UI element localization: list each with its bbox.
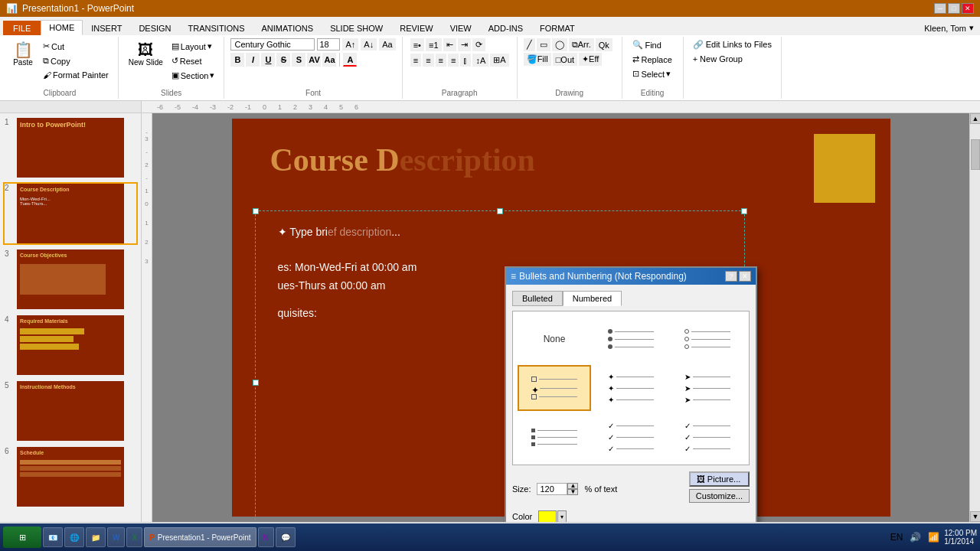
tab-file[interactable]: FILE [3, 21, 41, 35]
bullet-cell-arrows[interactable]: ➤ ➤ ➤ [671, 365, 744, 411]
picture-button[interactable]: 🖼 Picture... [689, 471, 750, 487]
slide-thumb-4[interactable]: 4 Required Materials [3, 314, 138, 377]
align-left-button[interactable]: ≡ [410, 54, 421, 67]
bullet-cell-squares-solid[interactable] [518, 414, 591, 460]
size-down-button[interactable]: ▼ [567, 489, 578, 495]
smart-art-button[interactable]: ⟳ [472, 38, 485, 51]
font-color-button[interactable]: A [343, 53, 357, 67]
shape-btn-1[interactable]: ╱ [524, 38, 535, 51]
tab-insert[interactable]: INSERT [83, 21, 130, 35]
taskbar-word[interactable]: W [107, 527, 125, 547]
tab-review[interactable]: REVIEW [391, 21, 441, 35]
vertical-scrollbar[interactable]: ▲ ▼ [969, 113, 980, 522]
shape-btn-3[interactable]: ◯ [552, 38, 567, 51]
shape-outline-button[interactable]: □Out [553, 53, 577, 66]
customize-button[interactable]: Customize... [689, 489, 750, 503]
new-slide-button[interactable]: 🖼 New Slide [125, 40, 167, 69]
align-text-button[interactable]: ⊞A [490, 54, 508, 67]
arrange-button[interactable]: ⧉Arr. [569, 38, 594, 51]
scroll-thumb[interactable] [971, 139, 980, 170]
change-case-button[interactable]: Aa [322, 53, 336, 67]
italic-button[interactable]: I [246, 53, 260, 67]
taskbar-excel[interactable]: X [126, 527, 142, 547]
color-dropdown-button[interactable]: ▾ [557, 510, 567, 522]
tab-numbered[interactable]: Numbered [563, 291, 622, 306]
handle-tl[interactable] [253, 208, 259, 214]
volume-icon[interactable]: 🔊 [907, 530, 923, 545]
decrease-indent-button[interactable]: ⇤ [443, 38, 456, 51]
tab-transitions[interactable]: TRANSITIONS [180, 21, 253, 35]
bullet-none-cell[interactable]: None [518, 316, 591, 362]
tab-design[interactable]: DESIGN [130, 21, 179, 35]
bold-button[interactable]: B [230, 53, 244, 67]
bullet-cell-circles[interactable] [671, 316, 744, 362]
edit-links-button[interactable]: 🔗 Edit Links to Files [690, 38, 775, 51]
taskbar-onenote[interactable]: N [258, 527, 274, 547]
size-input[interactable] [537, 483, 567, 495]
new-group-button[interactable]: + New Group [690, 53, 775, 65]
tab-format[interactable]: FORMAT [531, 21, 583, 35]
tab-slideshow[interactable]: SLIDE SHOW [322, 21, 391, 35]
cut-button[interactable]: ✂ Cut [40, 40, 112, 53]
close-button[interactable]: ✕ [962, 3, 974, 14]
increase-indent-button[interactable]: ⇥ [458, 38, 471, 51]
strikethrough-button[interactable]: S [276, 53, 290, 67]
taskbar-powerpoint[interactable]: P Presentation1 - PowerPoint [144, 527, 256, 547]
scroll-down-button[interactable]: ▼ [970, 511, 980, 522]
handle-tr[interactable] [741, 208, 747, 214]
spacing-button[interactable]: AV [307, 53, 321, 67]
format-painter-button[interactable]: 🖌 Format Painter [40, 69, 112, 81]
tab-bulleted[interactable]: Bulleted [512, 291, 563, 306]
justify-button[interactable]: ≡ [448, 54, 459, 67]
select-button[interactable]: ⊡ Select ▾ [629, 67, 675, 80]
shadow-button[interactable]: S [292, 53, 305, 67]
tab-addins[interactable]: ADD-INS [480, 21, 531, 35]
network-icon[interactable]: 📶 [926, 530, 941, 545]
align-right-button[interactable]: ≡ [436, 54, 446, 67]
slide-thumb-2[interactable]: 2 Course Description Mon-Wed-Fri...Tues-… [3, 182, 138, 245]
section-button[interactable]: ▣ Section ▾ [168, 69, 218, 82]
replace-button[interactable]: ⇄ Replace [629, 53, 675, 66]
bullet-cell-stars[interactable]: ✦ ✦ ✦ [594, 365, 668, 411]
taskbar-outlook[interactable]: 📧 [43, 527, 63, 547]
increase-font-button[interactable]: A↑ [342, 38, 358, 51]
layout-button[interactable]: ▤ Layout ▾ [168, 40, 218, 53]
slide-thumb-6[interactable]: 6 Schedule [3, 445, 138, 508]
color-swatch[interactable] [538, 510, 557, 522]
taskbar-ie[interactable]: 🌐 [64, 527, 84, 547]
handle-ml[interactable] [253, 380, 259, 386]
copy-button[interactable]: ⧉ Copy [40, 54, 112, 67]
bullet-cell-checks[interactable]: ✓ ✓ ✓ [594, 414, 668, 460]
font-size-input[interactable] [317, 38, 340, 51]
slide-thumb-1[interactable]: 1 Intro to PowerPoint! [3, 116, 138, 179]
bullet-cell-checks2[interactable]: ✓ ✓ ✓ [671, 414, 744, 460]
shape-fill-button[interactable]: 🪣Fill [524, 53, 551, 66]
align-center-button[interactable]: ≡ [423, 54, 433, 67]
dialog-close-button[interactable]: ✕ [739, 271, 751, 282]
quick-styles-button[interactable]: Qk [596, 38, 612, 51]
slide-thumb-5[interactable]: 5 Instructional Methods [3, 380, 138, 442]
taskbar-explorer[interactable]: 📁 [86, 527, 106, 547]
reset-button[interactable]: ↺ Reset [168, 54, 218, 67]
taskbar-lync[interactable]: 💬 [276, 527, 296, 547]
scroll-up-button[interactable]: ▲ [970, 113, 980, 124]
shape-effects-button[interactable]: ✦Eff [579, 53, 602, 66]
find-button[interactable]: 🔍 Find [629, 38, 675, 51]
bullets-button[interactable]: ≡• [410, 38, 424, 51]
bullet-cell-squares-selected[interactable]: ✦ [518, 365, 591, 411]
clear-format-button[interactable]: Aa [379, 38, 395, 51]
tab-animations[interactable]: ANIMATIONS [253, 21, 322, 35]
decrease-font-button[interactable]: A↓ [361, 38, 377, 51]
paste-button[interactable]: 📋 Paste [8, 40, 38, 69]
start-button[interactable]: ⊞ [3, 527, 41, 548]
underline-button[interactable]: U [261, 53, 275, 67]
dialog-help-button[interactable]: ? [725, 271, 737, 282]
handle-tm[interactable] [497, 208, 503, 214]
tab-home[interactable]: HOME [41, 20, 83, 35]
bullet-cell-dots[interactable] [594, 316, 668, 362]
shape-btn-2[interactable]: ▭ [537, 38, 550, 51]
slide-thumb-3[interactable]: 3 Course Objectives [3, 248, 138, 311]
tab-view[interactable]: VIEW [442, 21, 480, 35]
columns-button[interactable]: ⫿ [460, 54, 471, 67]
scroll-track[interactable] [970, 124, 980, 511]
